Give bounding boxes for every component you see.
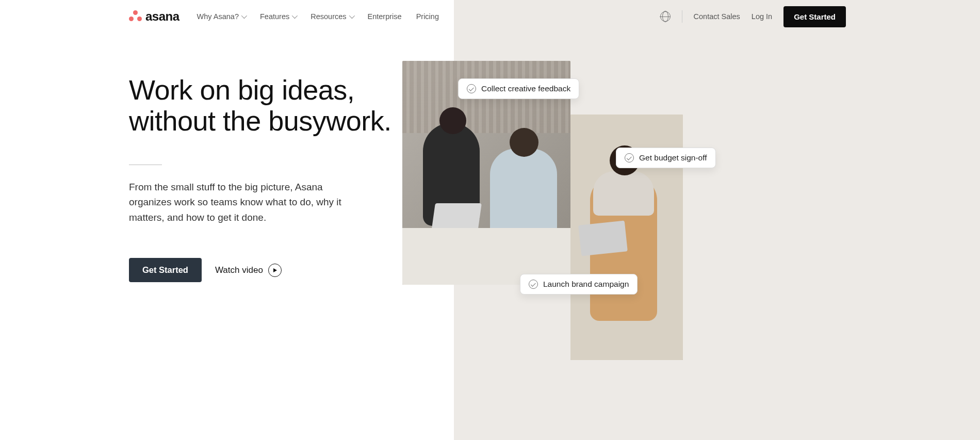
check-circle-icon (625, 153, 634, 162)
hero-headline-line1: Work on big ideas, (129, 74, 354, 105)
asana-logomark-icon (129, 10, 142, 23)
nav-enterprise[interactable]: Enterprise (368, 12, 402, 21)
task-chip-label: Get budget sign-off (639, 153, 707, 162)
nav-label: Features (260, 12, 289, 21)
watch-video-label: Watch video (215, 265, 263, 275)
contact-sales-link[interactable]: Contact Sales (694, 12, 740, 21)
globe-icon[interactable] (660, 11, 671, 22)
hero-headline-line2: without the busywork. (129, 105, 391, 136)
chevron-down-icon (292, 13, 298, 19)
task-chip-label: Collect creative feedback (481, 84, 570, 93)
nav-label: Pricing (416, 12, 439, 21)
check-circle-icon (529, 280, 538, 289)
divider (682, 10, 682, 23)
hero-headline: Work on big ideas, without the busywork. (129, 74, 392, 137)
nav-links: Why Asana? Features Resources Enterprise… (197, 12, 439, 21)
nav-label: Resources (311, 12, 346, 21)
play-icon (268, 264, 282, 277)
check-circle-icon (467, 84, 476, 93)
hero: Work on big ideas, without the busywork.… (0, 33, 392, 282)
nav-right: Contact Sales Log In Get Started (660, 6, 846, 27)
top-nav: asana Why Asana? Features Resources Ente… (0, 0, 980, 33)
nav-features[interactable]: Features (260, 12, 296, 21)
chevron-down-icon (349, 13, 354, 19)
watch-video-link[interactable]: Watch video (215, 264, 282, 277)
logo[interactable]: asana (129, 9, 179, 24)
logo-text: asana (145, 9, 179, 24)
hero-divider (129, 165, 162, 165)
nav-label: Enterprise (368, 12, 402, 21)
task-chip-budget: Get budget sign-off (616, 148, 716, 168)
nav-resources[interactable]: Resources (311, 12, 353, 21)
hero-illustration: Collect creative feedback Get budget sig… (402, 61, 722, 360)
nav-pricing[interactable]: Pricing (416, 12, 439, 21)
nav-why-asana[interactable]: Why Asana? (197, 12, 246, 21)
get-started-nav-button[interactable]: Get Started (783, 6, 846, 27)
task-chip-feedback: Collect creative feedback (458, 78, 579, 99)
hero-subtext: From the small stuff to the big picture,… (129, 180, 351, 225)
task-chip-launch: Launch brand campaign (520, 274, 638, 295)
nav-label: Why Asana? (197, 12, 239, 21)
login-link[interactable]: Log In (752, 12, 772, 21)
task-chip-label: Launch brand campaign (543, 280, 629, 289)
chevron-down-icon (241, 13, 247, 19)
get-started-hero-button[interactable]: Get Started (129, 258, 202, 282)
hero-actions: Get Started Watch video (129, 258, 392, 282)
